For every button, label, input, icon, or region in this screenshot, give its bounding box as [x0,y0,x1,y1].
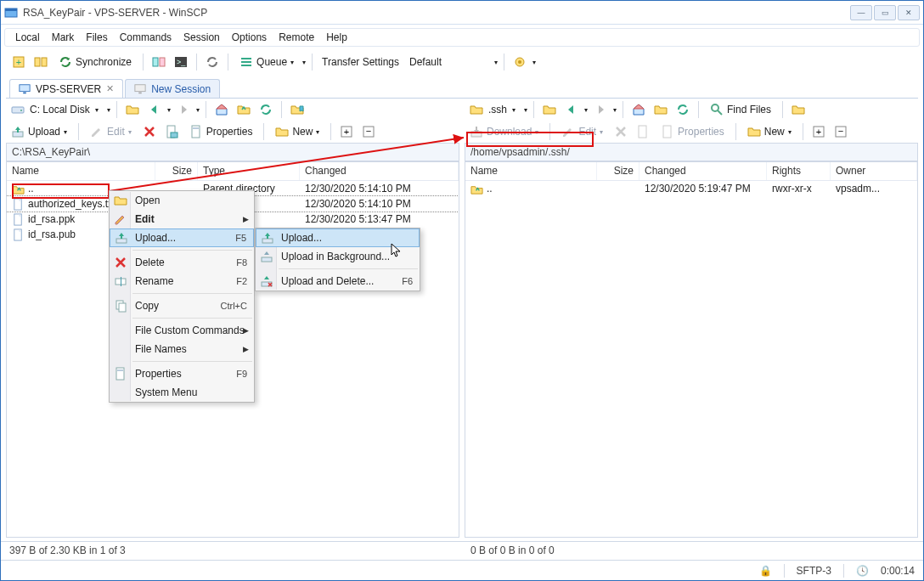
svg-point-34 [712,104,718,111]
new-folder-button[interactable]: New▾ [742,122,797,141]
menu-files[interactable]: Files [81,30,112,45]
close-tab-icon[interactable]: ✕ [106,83,114,94]
menu-session[interactable]: Session [178,30,225,45]
transfer-settings-value[interactable]: Default [406,56,491,68]
col-changed[interactable]: Changed [639,162,767,180]
file-icon [12,198,25,211]
menu-remote[interactable]: Remote [273,30,319,45]
ctx-edit[interactable]: Edit ▶ [110,210,254,228]
svg-rect-19 [12,107,24,113]
selection-status: 397 B of 2.30 KB in 1 of 3 0 B of 0 B in… [1,541,923,560]
col-size[interactable]: Size [597,162,639,180]
select-add-icon[interactable]: + [809,122,828,141]
nav-fwd-icon[interactable] [591,100,610,119]
disk-icon [11,103,25,116]
col-name[interactable]: Name [465,162,597,180]
svg-rect-5 [42,58,47,66]
stopwatch-icon[interactable]: 🕓 [856,565,869,577]
window-title: RSA_KeyPair - VPS-SERVER - WinSCP [23,7,850,19]
root-icon[interactable] [651,100,670,119]
ctx-open[interactable]: Open [110,191,254,210]
copy-icon [113,299,127,313]
svg-rect-17 [135,84,145,91]
nav-back-icon[interactable] [562,100,581,119]
ctx-custom-commands[interactable]: File Custom Commands ▶ [110,321,254,340]
svg-rect-37 [639,126,646,138]
synchronize-button[interactable]: Synchronize [54,53,137,71]
svg-text:+: + [816,127,821,137]
open-folder-icon[interactable] [540,100,559,119]
svg-rect-1 [5,8,17,11]
svg-rect-54 [267,235,268,239]
home-icon[interactable] [629,100,648,119]
file-icon [12,228,25,241]
edit-button[interactable]: Edit▾ [556,122,608,141]
upload-del-icon [259,274,273,289]
elapsed-time: 0:00:14 [881,565,915,577]
upload-icon [114,231,128,245]
refresh-icon[interactable] [673,100,692,119]
col-owner[interactable]: Owner [831,162,917,180]
sync-add-icon[interactable]: + [9,53,28,71]
svg-rect-11 [241,61,251,63]
upload-button[interactable]: Upload▾ [6,122,72,141]
svg-rect-45 [116,239,127,243]
menu-mark[interactable]: Mark [47,30,80,45]
menu-help[interactable]: Help [321,30,352,45]
ctx-delete[interactable]: Delete F8 [110,253,254,272]
bookmark-icon[interactable] [789,100,808,119]
remote-pane: .ssh ▾ ▾ ▾ ▾ Find Files [465,99,918,538]
select-remove-icon[interactable]: − [831,122,850,141]
local-drive-selector[interactable]: C: Local Disk ▾ [6,100,104,119]
queue-dropdown[interactable]: Queue ▾ [234,53,299,71]
nav-back-icon[interactable] [145,100,164,119]
upload-bg-icon [259,250,273,264]
new-session-icon [134,83,146,95]
ctx-copy[interactable]: Copy Ctrl+C [110,296,254,315]
svg-rect-10 [241,58,251,59]
new-file-icon[interactable] [634,122,652,141]
remote-path[interactable]: /home/vpsadmin/.ssh/ [465,143,918,161]
home-icon[interactable] [212,100,231,119]
menu-options[interactable]: Options [227,30,272,45]
tab-session[interactable]: VPS-SERVER ✕ [9,79,123,98]
compare-icon[interactable] [149,53,168,71]
svg-point-14 [518,60,521,64]
list-item[interactable]: ..12/30/2020 5:19:47 PMrwxr-xr-xvpsadm..… [465,181,917,196]
submenu-upload-delete[interactable]: Upload and Delete... F6 [256,272,420,290]
mouse-cursor [391,243,403,260]
nav-fwd-icon[interactable] [174,100,193,119]
ctx-upload[interactable]: Upload... F5 [110,228,254,247]
maximize-button[interactable]: ▭ [874,5,896,20]
context-menu: Open Edit ▶ Upload... F5 Delete F8 Renam… [109,190,255,403]
remote-dir-selector[interactable]: .ssh ▾ [465,100,521,119]
svg-rect-46 [121,235,122,239]
ctx-system-menu[interactable]: System Menu [110,383,254,402]
svg-text:−: − [838,126,843,136]
ctx-file-names[interactable]: File Names ▶ [110,340,254,358]
ctx-properties[interactable]: Properties F9 [110,364,254,383]
tab-new-session[interactable]: New Session [125,79,220,98]
refresh-icon[interactable] [256,100,275,119]
menu-local[interactable]: Local [10,30,45,45]
root-icon[interactable] [234,100,253,119]
download-button[interactable]: Download▾ [465,122,544,141]
open-icon [113,194,127,208]
delete-icon[interactable] [611,122,630,141]
console-icon[interactable]: >_ [172,53,190,71]
remote-file-list[interactable]: Name Size Changed Rights Owner ..12/30/2… [465,161,918,538]
settings-icon[interactable] [510,53,529,71]
col-rights[interactable]: Rights [767,162,831,180]
open-folder-icon[interactable] [123,100,142,119]
minimize-button[interactable]: — [850,5,872,20]
bookmark-icon[interactable] [288,100,307,119]
sync-both-icon[interactable] [31,53,50,71]
rename-icon [113,274,127,289]
close-button[interactable]: ✕ [898,5,920,20]
properties-button[interactable]: Properties [656,122,730,141]
find-files-button[interactable]: Find Files [705,100,776,119]
sync-browse-icon[interactable] [203,53,222,71]
menu-commands[interactable]: Commands [115,30,177,45]
lock-icon[interactable]: 🔒 [759,565,772,577]
ctx-rename[interactable]: Rename F2 [110,272,254,290]
